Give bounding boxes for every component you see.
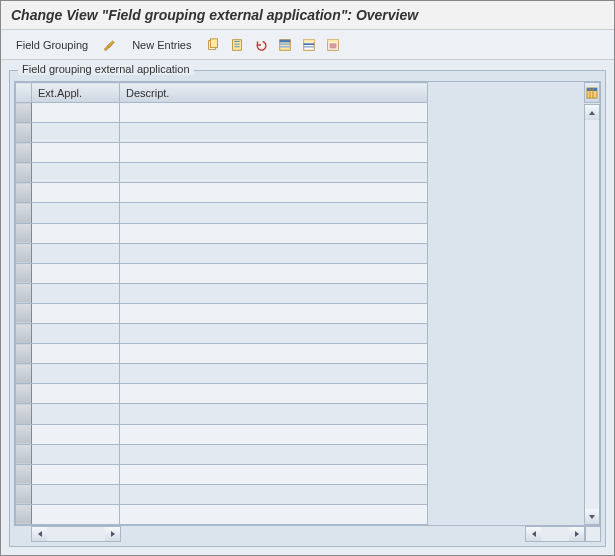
row-selector[interactable] <box>16 163 32 183</box>
select-block-icon[interactable] <box>300 36 318 54</box>
scroll-right-icon[interactable] <box>569 527 584 541</box>
row-selector[interactable] <box>16 444 32 464</box>
table-row[interactable] <box>16 464 428 484</box>
deselect-all-icon[interactable] <box>324 36 342 54</box>
table-row[interactable] <box>16 444 428 464</box>
cell-ext-appl[interactable] <box>32 404 120 424</box>
cell-descript[interactable] <box>120 103 428 123</box>
row-selector[interactable] <box>16 263 32 283</box>
cell-descript[interactable] <box>120 283 428 303</box>
cell-ext-appl[interactable] <box>32 504 120 524</box>
row-selector[interactable] <box>16 364 32 384</box>
cell-ext-appl[interactable] <box>32 384 120 404</box>
scroll-down-icon[interactable] <box>585 509 599 524</box>
undo-icon[interactable] <box>252 36 270 54</box>
delete-icon[interactable] <box>228 36 246 54</box>
table-settings-icon[interactable] <box>584 82 600 103</box>
table-row[interactable] <box>16 404 428 424</box>
row-selector[interactable] <box>16 384 32 404</box>
cell-ext-appl[interactable] <box>32 444 120 464</box>
table-row[interactable] <box>16 163 428 183</box>
row-selector[interactable] <box>16 103 32 123</box>
field-grouping-button[interactable]: Field Grouping <box>9 35 95 55</box>
scroll-left-icon[interactable] <box>526 527 541 541</box>
table-row[interactable] <box>16 484 428 504</box>
cell-descript[interactable] <box>120 163 428 183</box>
table-row[interactable] <box>16 123 428 143</box>
cell-descript[interactable] <box>120 243 428 263</box>
table-row[interactable] <box>16 424 428 444</box>
col-ext-appl[interactable]: Ext.Appl. <box>32 83 120 103</box>
cell-ext-appl[interactable] <box>32 344 120 364</box>
cell-ext-appl[interactable] <box>32 123 120 143</box>
row-selector[interactable] <box>16 243 32 263</box>
table-row[interactable] <box>16 504 428 524</box>
table-row[interactable] <box>16 103 428 123</box>
cell-descript[interactable] <box>120 364 428 384</box>
cell-descript[interactable] <box>120 404 428 424</box>
row-selector[interactable] <box>16 123 32 143</box>
scroll-left-icon[interactable] <box>32 527 47 541</box>
row-selector[interactable] <box>16 303 32 323</box>
cell-descript[interactable] <box>120 384 428 404</box>
cell-descript[interactable] <box>120 424 428 444</box>
cell-descript[interactable] <box>120 344 428 364</box>
cell-ext-appl[interactable] <box>32 303 120 323</box>
cell-ext-appl[interactable] <box>32 183 120 203</box>
cell-descript[interactable] <box>120 223 428 243</box>
row-selector[interactable] <box>16 324 32 344</box>
table-row[interactable] <box>16 283 428 303</box>
table-row[interactable] <box>16 324 428 344</box>
table-row[interactable] <box>16 384 428 404</box>
cell-ext-appl[interactable] <box>32 223 120 243</box>
scroll-track[interactable] <box>585 120 599 509</box>
cell-ext-appl[interactable] <box>32 263 120 283</box>
cell-ext-appl[interactable] <box>32 464 120 484</box>
edit-pencils-icon[interactable] <box>101 36 119 54</box>
cell-descript[interactable] <box>120 464 428 484</box>
cell-ext-appl[interactable] <box>32 283 120 303</box>
table-row[interactable] <box>16 203 428 223</box>
copy-icon[interactable] <box>204 36 222 54</box>
cell-ext-appl[interactable] <box>32 324 120 344</box>
table-row[interactable] <box>16 223 428 243</box>
cell-ext-appl[interactable] <box>32 163 120 183</box>
row-selector[interactable] <box>16 424 32 444</box>
cell-descript[interactable] <box>120 143 428 163</box>
cell-descript[interactable] <box>120 123 428 143</box>
vertical-scrollbar[interactable] <box>584 104 600 525</box>
cell-descript[interactable] <box>120 444 428 464</box>
row-selector[interactable] <box>16 504 32 524</box>
col-descript[interactable]: Descript. <box>120 83 428 103</box>
table-row[interactable] <box>16 263 428 283</box>
table-row[interactable] <box>16 183 428 203</box>
cell-ext-appl[interactable] <box>32 103 120 123</box>
row-selector[interactable] <box>16 344 32 364</box>
new-entries-button[interactable]: New Entries <box>125 35 198 55</box>
table-row[interactable] <box>16 344 428 364</box>
hscroll-col2[interactable] <box>525 526 585 542</box>
cell-ext-appl[interactable] <box>32 203 120 223</box>
row-selector[interactable] <box>16 484 32 504</box>
cell-ext-appl[interactable] <box>32 484 120 504</box>
cell-ext-appl[interactable] <box>32 143 120 163</box>
cell-descript[interactable] <box>120 263 428 283</box>
cell-descript[interactable] <box>120 303 428 323</box>
row-selector[interactable] <box>16 464 32 484</box>
scroll-up-icon[interactable] <box>585 105 599 120</box>
row-selector[interactable] <box>16 283 32 303</box>
cell-descript[interactable] <box>120 183 428 203</box>
cell-descript[interactable] <box>120 484 428 504</box>
cell-ext-appl[interactable] <box>32 424 120 444</box>
row-selector[interactable] <box>16 223 32 243</box>
data-grid[interactable]: Ext.Appl. Descript. <box>15 82 428 525</box>
row-selector[interactable] <box>16 404 32 424</box>
row-selector[interactable] <box>16 203 32 223</box>
cell-descript[interactable] <box>120 504 428 524</box>
table-row[interactable] <box>16 143 428 163</box>
cell-descript[interactable] <box>120 203 428 223</box>
select-all-icon[interactable] <box>276 36 294 54</box>
cell-ext-appl[interactable] <box>32 243 120 263</box>
row-selector[interactable] <box>16 143 32 163</box>
row-selector[interactable] <box>16 183 32 203</box>
